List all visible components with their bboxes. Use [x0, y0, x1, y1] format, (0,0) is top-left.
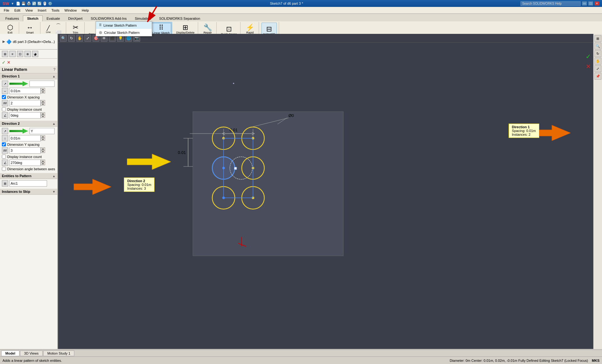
vp-btn-2[interactable]: ↻: [68, 35, 75, 42]
direction2-display-label: Display instance count: [7, 155, 42, 159]
direction1-angle-icon[interactable]: ∠: [2, 112, 8, 119]
dir2-ang-down[interactable]: ▼: [41, 162, 45, 165]
menu-view[interactable]: View: [23, 8, 35, 13]
dir2-sp-down[interactable]: ▼: [41, 138, 45, 141]
direction2-angle-input[interactable]: [9, 160, 41, 166]
cancel-button[interactable]: ✕: [7, 60, 11, 65]
direction2-arrow: [9, 129, 28, 134]
dir2-sp-up[interactable]: ▲: [41, 135, 45, 138]
direction2-instances-input[interactable]: [9, 147, 41, 154]
viewport-actions: ✓ ✕: [584, 52, 593, 71]
direction1-up[interactable]: ▲: [41, 88, 45, 91]
panel-icon-5[interactable]: ◕: [32, 51, 38, 57]
vp-btn-3[interactable]: ✋: [76, 35, 83, 42]
vp-btn-1[interactable]: 🔍: [60, 35, 67, 42]
display-delete-icon: ⊞: [182, 24, 188, 31]
tab-evaluate[interactable]: Evaluate: [43, 15, 64, 21]
direction2-pick-icon[interactable]: ↗: [2, 128, 8, 134]
menu-file[interactable]: File: [1, 8, 12, 13]
direction2-instances-icon[interactable]: ##: [2, 147, 8, 154]
d2-spacing-label: Spacing:: [127, 183, 141, 187]
help-icon[interactable]: ?: [53, 67, 55, 72]
dir1-ang-down[interactable]: ▼: [41, 115, 45, 118]
right-btn-3[interactable]: ↻: [594, 50, 601, 57]
tab-addins[interactable]: SOLIDWORKS Add-Ins: [87, 15, 131, 21]
dir2-inst-down[interactable]: ▼: [41, 150, 45, 153]
close-button[interactable]: ✕: [594, 1, 599, 6]
vp-btn-4[interactable]: ⤢: [84, 35, 91, 42]
direction1-pick-icon[interactable]: ↗: [2, 81, 8, 87]
right-btn-5[interactable]: ⤢: [594, 65, 601, 72]
search-box[interactable]: Search SOLIDWORKS Help: [520, 1, 581, 6]
right-btn-6[interactable]: 📌: [594, 73, 601, 80]
entities-header[interactable]: Entities to Pattern ▲: [0, 173, 57, 179]
direction1-display-checkbox[interactable]: [2, 107, 6, 111]
panel-icon-3[interactable]: ⊡: [17, 51, 23, 57]
menu-window[interactable]: Window: [62, 8, 79, 13]
panel-icon-4[interactable]: ⊕: [24, 51, 31, 57]
direction1-spacing-icon[interactable]: ↔: [2, 88, 8, 94]
direction1-dimx-checkbox[interactable]: [2, 95, 6, 99]
entities-input[interactable]: [9, 180, 47, 187]
direction2-input[interactable]: [29, 128, 55, 134]
tab-model[interactable]: Model: [1, 351, 19, 356]
viewport-ok-button[interactable]: ✓: [584, 52, 593, 61]
right-btn-2[interactable]: 🔍: [594, 43, 601, 50]
tab-motion[interactable]: Motion Study 1: [43, 351, 74, 356]
dir2-ang-up[interactable]: ▲: [41, 160, 45, 162]
instances-skip-header[interactable]: Instances to Skip ▼: [0, 189, 57, 195]
direction1-collapse: ▲: [52, 75, 55, 78]
direction1-angle-spinner: ▲ ▼: [9, 112, 45, 119]
panel-icon-1[interactable]: ⊞: [2, 51, 8, 57]
menu-tools[interactable]: Tools: [49, 8, 62, 13]
direction1-spacing-input[interactable]: [9, 88, 41, 94]
direction1-down[interactable]: ▼: [41, 91, 45, 93]
maximize-button[interactable]: □: [588, 1, 593, 6]
menu-help[interactable]: Help: [79, 8, 92, 13]
tab-simulation[interactable]: Simulation: [131, 15, 155, 21]
title-bar-controls[interactable]: Search SOLIDWORKS Help — □ ✕: [520, 1, 599, 6]
direction2-dimangle-checkbox[interactable]: [2, 167, 6, 171]
entities-content: ⊞: [0, 179, 57, 189]
direction2-header[interactable]: Direction 2 ▲: [0, 121, 57, 127]
direction1-angle-row: ∠ ▲ ▼: [2, 112, 55, 119]
minimize-button[interactable]: —: [582, 1, 587, 6]
dir1-inst-down[interactable]: ▼: [41, 103, 45, 106]
arc-button[interactable]: ⌒: [54, 23, 63, 29]
tab-separation[interactable]: SOLIDWORKS Separation: [155, 15, 204, 21]
direction2-display-checkbox[interactable]: [2, 155, 6, 159]
d1-spacing-value: 0.01m: [526, 129, 536, 133]
line-button[interactable]: ╱ Line: [44, 25, 53, 34]
right-btn-1[interactable]: ⊞: [594, 35, 601, 42]
tab-sketch[interactable]: Sketch: [23, 15, 42, 21]
panel-icon-2[interactable]: ≡: [9, 51, 16, 57]
tab-3dviews[interactable]: 3D Views: [20, 351, 43, 356]
direction1-input[interactable]: [29, 81, 55, 87]
tab-features[interactable]: Features: [1, 15, 23, 21]
direction1-header[interactable]: Direction 1 ▲: [0, 73, 57, 79]
menu-edit[interactable]: Edit: [12, 8, 23, 13]
direction1-instances-row: ## ▲ ▼: [2, 100, 55, 106]
dropdown-circular-pattern[interactable]: ◎ Circular Sketch Pattern: [96, 29, 152, 36]
direction1-instances-icon[interactable]: ##: [2, 100, 8, 106]
dir2-inst-up[interactable]: ▲: [41, 147, 45, 150]
direction1-instances-input[interactable]: [9, 100, 41, 106]
viewport-cancel-button[interactable]: ✕: [584, 62, 593, 71]
direction2-dimy-checkbox[interactable]: [2, 142, 6, 146]
ok-button[interactable]: ✓: [2, 60, 6, 65]
dir1-inst-up[interactable]: ▲: [41, 100, 45, 103]
entities-pick-icon[interactable]: ⊞: [2, 180, 8, 187]
sketch-pattern-dropdown: ⠿ Linear Sketch Pattern ◎ Circular Sketc…: [96, 21, 152, 36]
direction2-spacing-icon[interactable]: ↕: [2, 135, 8, 141]
dir1-ang-up[interactable]: ▲: [41, 112, 45, 115]
dropdown-linear-pattern[interactable]: ⠿ Linear Sketch Pattern: [96, 22, 152, 29]
direction2-angle-icon[interactable]: ∠: [2, 160, 8, 166]
arc-icon: ⌒: [56, 24, 61, 29]
direction2-spacing-spinner: ▲ ▼: [9, 135, 45, 141]
direction2-spacing-input[interactable]: [9, 135, 41, 141]
menu-insert[interactable]: Insert: [35, 8, 49, 13]
tab-dimxpert[interactable]: DimXpert: [64, 15, 87, 21]
title-bar: SW ▼ 📄 💾 🖨️ ↩️ ↪️ 🖱️ ⚙️ Sketch7 of d6 pa…: [0, 0, 602, 7]
right-btn-4[interactable]: ✋: [594, 58, 601, 65]
direction1-angle-input[interactable]: [9, 112, 41, 119]
